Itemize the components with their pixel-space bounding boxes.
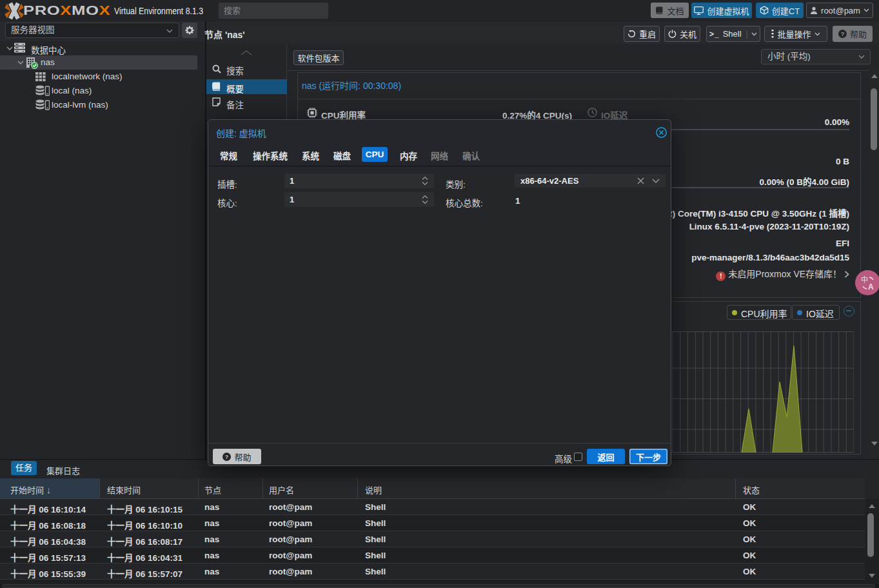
svg-text:?: ? <box>841 31 845 37</box>
svg-text:?: ? <box>225 453 229 460</box>
svg-text:中: 中 <box>861 276 868 284</box>
svg-text:A: A <box>868 282 874 291</box>
